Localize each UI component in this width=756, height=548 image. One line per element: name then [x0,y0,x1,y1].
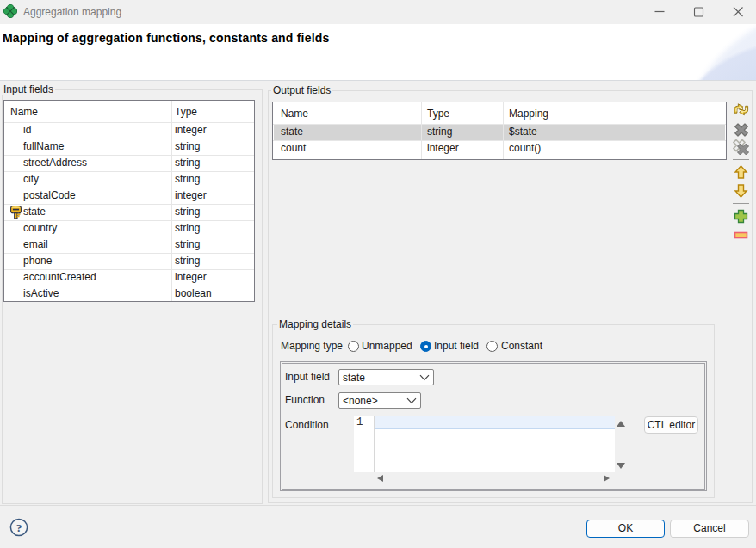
svg-text:?: ? [16,521,22,534]
